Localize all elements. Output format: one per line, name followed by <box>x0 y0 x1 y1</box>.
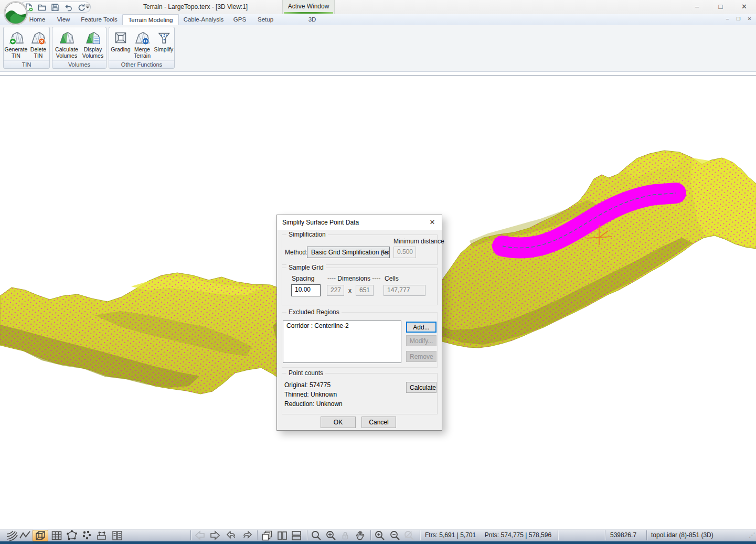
grading-button[interactable]: Grading <box>110 28 131 59</box>
cascade-windows-tool[interactable] <box>260 530 274 541</box>
view-previous-icon <box>225 529 238 542</box>
ribbon-tab-row: Home View Feature Tools Terrain Modeling… <box>0 14 756 25</box>
window-bottom-edge <box>0 541 756 544</box>
simplify-surface-point-data-dialog: Simplify Surface Point Data ✕ Simplifica… <box>276 215 442 431</box>
view-back-tool[interactable] <box>193 530 207 541</box>
minimum-distance-label: Minimum distance <box>393 238 444 245</box>
active-window-tab[interactable]: Active Window <box>282 0 335 14</box>
dialog-title-bar[interactable]: Simplify Surface Point Data ✕ <box>277 215 442 230</box>
zoom-selection-tool[interactable] <box>402 530 416 541</box>
dialog-close-button[interactable]: ✕ <box>427 218 438 227</box>
pan-hand-tool[interactable] <box>353 530 367 541</box>
status-bar: Ftrs: 5,691 | 5,701 Pnts: 574,775 | 578,… <box>0 529 756 541</box>
mdi-minimize-button[interactable]: – <box>723 15 732 23</box>
generate-tin-icon <box>8 30 24 46</box>
simplification-group-label: Simplification <box>286 231 328 238</box>
open-file-button[interactable] <box>37 3 47 12</box>
tile-horizontal-icon <box>290 529 303 542</box>
tile-horizontal-tool[interactable] <box>290 530 303 541</box>
statusbar-separator <box>558 530 558 540</box>
station-flags-icon <box>95 529 108 542</box>
simplify-button[interactable]: Simplify <box>153 28 174 59</box>
delete-tin-button[interactable]: Delete TIN <box>27 28 49 59</box>
legend-panel-tool[interactable] <box>110 530 124 541</box>
list-item-corridor-centerline-2[interactable]: Corridor : Centerline-2 <box>283 321 401 330</box>
original-count: Original: 574775 <box>284 381 331 389</box>
remove-button[interactable]: Remove <box>406 351 436 362</box>
statusbar-separator <box>190 530 191 540</box>
calculate-volumes-button[interactable]: Calculate Volumes <box>54 28 80 59</box>
sample-grid-group-label: Sample Grid <box>286 264 326 271</box>
ribbon-tabs: Home View Feature Tools Terrain Modeling… <box>24 14 329 25</box>
zoom-in-tool[interactable] <box>373 530 387 541</box>
title-bar[interactable]: Terrain - LargeTopo.terx - [3D View:1] A… <box>0 0 756 14</box>
reduction-count: Reduction: Unknown <box>284 400 343 408</box>
delete-tin-icon <box>30 30 46 46</box>
view-3d-tool[interactable] <box>33 530 48 541</box>
modify-button[interactable]: Modify... <box>406 335 436 346</box>
window-title: Terrain - LargeTopo.terx - [3D View:1] <box>143 0 248 14</box>
maximize-button[interactable]: □ <box>709 0 732 14</box>
lock-tool[interactable] <box>338 530 352 541</box>
station-flags-tool[interactable] <box>95 530 109 541</box>
spacing-field[interactable]: 10.00 <box>291 284 321 296</box>
point-cloud-tool[interactable] <box>80 530 93 541</box>
contour-fan-tool[interactable] <box>5 530 18 541</box>
cells-field: 147,777 <box>384 285 425 296</box>
cancel-button[interactable]: Cancel <box>361 417 396 428</box>
excluded-regions-list[interactable]: Corridor : Centerline-2 <box>283 321 401 363</box>
zoom-out-tool[interactable] <box>388 530 402 541</box>
terrain-right-strip <box>442 151 756 348</box>
view-forward-tool[interactable] <box>208 530 222 541</box>
save-icon <box>50 3 60 12</box>
close-button[interactable]: ✕ <box>732 0 756 14</box>
tile-vertical-icon <box>276 529 289 542</box>
tile-vertical-tool[interactable] <box>275 530 289 541</box>
minimize-button[interactable]: – <box>685 0 709 14</box>
statusbar-separator <box>420 530 420 540</box>
boundary-polygon-tool[interactable] <box>65 530 79 541</box>
tab-3d[interactable]: 3D <box>295 14 329 25</box>
tab-view[interactable]: View <box>51 14 76 25</box>
tin-group-buttons: Generate TIN Delete TIN <box>5 28 49 59</box>
tin-group-label: TIN <box>4 60 49 68</box>
ribbon: Generate TIN Delete TIN TIN <box>0 25 756 72</box>
thinned-count: Thinned: Unknown <box>284 391 337 398</box>
resize-grip[interactable]: ⋰ <box>749 531 755 539</box>
merge-terrain-button[interactable]: Merge Terrain <box>131 28 153 59</box>
tab-feature-tools[interactable]: Feature Tools <box>76 14 122 25</box>
tab-terrain-modeling[interactable]: Terrain Modeling <box>122 14 179 25</box>
view-previous-tool[interactable] <box>225 530 238 541</box>
simplify-icon <box>156 30 172 46</box>
3d-view-canvas[interactable]: Simplify Surface Point Data ✕ Simplifica… <box>0 75 756 529</box>
display-volumes-button[interactable]: Display Volumes <box>80 28 106 59</box>
save-button[interactable] <box>50 3 60 12</box>
calculate-volumes-icon <box>59 30 74 46</box>
undo-button[interactable] <box>63 3 73 12</box>
customize-quick-access-button[interactable] <box>84 3 91 10</box>
calculate-button[interactable]: Calculate <box>406 382 436 393</box>
view-next-tool[interactable] <box>240 530 254 541</box>
other-functions-group-buttons: Grading Merge Terrain <box>110 28 174 59</box>
ok-button[interactable]: OK <box>321 417 356 428</box>
tab-cable-analysis[interactable]: Cable-Analysis <box>179 14 228 25</box>
merge-terrain-icon <box>134 30 150 46</box>
grid-table-tool[interactable] <box>50 530 63 541</box>
display-volumes-icon <box>85 30 101 46</box>
application-menu-button[interactable] <box>3 1 28 26</box>
statusbar-separator <box>646 530 647 540</box>
profile-polyline-tool[interactable] <box>18 530 32 541</box>
grid-table-icon <box>50 529 63 542</box>
tab-gps[interactable]: GPS <box>228 14 251 25</box>
chevron-down-icon <box>381 251 387 254</box>
excluded-regions-group-label: Excluded Regions <box>286 308 342 316</box>
mdi-close-button[interactable]: ✕ <box>745 15 754 23</box>
method-combobox[interactable]: Basic Grid Simplification (fast) <box>307 247 390 258</box>
zoom-window-tool[interactable] <box>310 530 323 541</box>
zoom-extents-tool[interactable] <box>324 530 338 541</box>
ribbon-group-tin: Generate TIN Delete TIN TIN <box>3 27 50 69</box>
tab-setup[interactable]: Setup <box>251 14 280 25</box>
generate-tin-button[interactable]: Generate TIN <box>5 28 27 59</box>
mdi-restore-button[interactable]: ❐ <box>734 15 743 23</box>
add-button[interactable]: Add... <box>406 322 436 333</box>
